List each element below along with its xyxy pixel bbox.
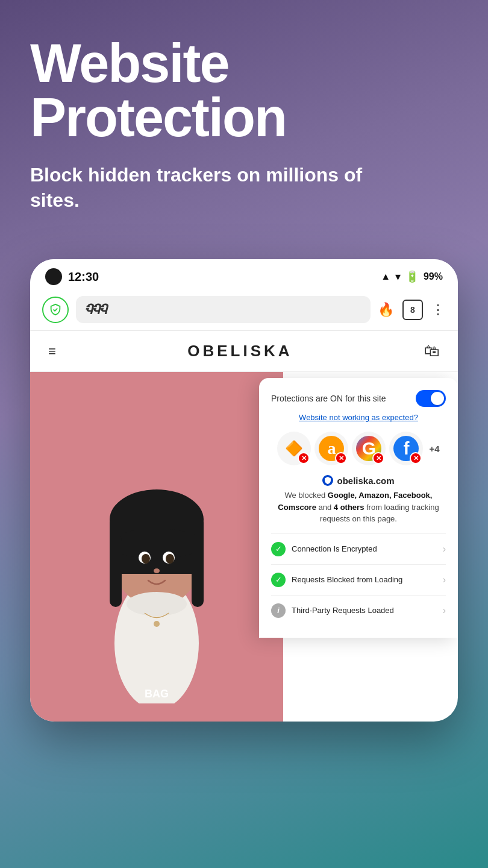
url-logo: ᏄᏄᏄ xyxy=(84,302,106,317)
browser-icons: 🔥 8 ⋮ xyxy=(378,300,446,320)
site-domain-text: obeliska.com xyxy=(337,476,394,486)
ddg-shield-button[interactable] xyxy=(42,297,69,323)
content-area: BAG Protections are ON for this site Web… xyxy=(30,372,458,722)
security-item-blocked[interactable]: ✓ Requests Blocked from Loading › xyxy=(271,565,446,596)
camera-icon xyxy=(45,268,62,285)
chevron-right-icon-2: › xyxy=(443,574,446,585)
security-item-encryption[interactable]: ✓ Connection Is Encrypted › xyxy=(271,534,446,565)
blocked-count: 4 others xyxy=(334,503,364,512)
chevron-right-icon-3: › xyxy=(443,605,446,616)
svg-rect-8 xyxy=(192,535,204,607)
wifi-icon: ▾ xyxy=(395,270,401,283)
tracker-icon-yahoo: 🔶 ✕ xyxy=(277,432,311,465)
status-bar: 12:30 ▲ ▾ 🔋 99% xyxy=(30,259,458,291)
tab-count-badge[interactable]: 8 xyxy=(402,300,423,320)
protections-label: Protections are ON for this site xyxy=(271,394,386,403)
svg-point-6 xyxy=(110,529,204,559)
tracker-icons-row: 🔶 ✕ a ✕ G ✕ f ✕ +4 xyxy=(271,432,446,465)
woman-illustration: BAG xyxy=(66,390,247,703)
product-photo: BAG xyxy=(30,372,283,722)
check-icon-encryption: ✓ xyxy=(271,542,286,556)
hero-subtitle: Block hidden trackers on millions of sit… xyxy=(30,163,392,213)
status-right: ▲ ▾ 🔋 99% xyxy=(381,270,443,283)
battery-level: 99% xyxy=(424,271,443,282)
hero-section: Website Protection Block hidden trackers… xyxy=(0,0,488,231)
tracker-icon-google: G ✕ xyxy=(352,432,386,465)
url-bar[interactable]: ᏄᏄᏄ xyxy=(76,296,371,323)
menu-dots-icon[interactable]: ⋮ xyxy=(431,302,446,318)
shopping-bag-icon[interactable]: 🛍 xyxy=(424,342,440,360)
block-overlay-amazon: ✕ xyxy=(335,452,347,464)
block-overlay-yahoo: ✕ xyxy=(298,452,310,464)
third-party-label: Third-Party Requests Loaded xyxy=(292,606,437,615)
hero-title: Website Protection xyxy=(30,36,458,145)
svg-point-13 xyxy=(154,568,160,573)
toggle-knob xyxy=(431,392,444,405)
signal-icon: ▲ xyxy=(381,271,390,282)
svg-point-11 xyxy=(142,554,150,564)
site-name: OBELISKA xyxy=(187,342,292,360)
site-info: obeliska.com We blocked Google, Amazon, … xyxy=(271,475,446,525)
blocked-description: We blocked Google, Amazon, Facebook, Com… xyxy=(271,489,446,525)
svg-text:BAG: BAG xyxy=(145,688,169,700)
security-list: ✓ Connection Is Encrypted › ✓ Requests B… xyxy=(271,533,446,626)
status-time: 12:30 xyxy=(68,270,99,284)
check-icon-blocked: ✓ xyxy=(271,573,286,587)
blocked-label: Requests Blocked from Loading xyxy=(292,575,437,584)
block-overlay-google: ✕ xyxy=(372,452,384,464)
battery-icon: 🔋 xyxy=(405,270,419,283)
encryption-label: Connection Is Encrypted xyxy=(292,544,437,553)
info-icon-third-party: i xyxy=(271,603,286,618)
fire-icon[interactable]: 🔥 xyxy=(378,302,394,318)
svg-point-15 xyxy=(154,621,160,627)
browser-bar: ᏄᏄᏄ 🔥 8 ⋮ xyxy=(30,291,458,331)
protections-toggle[interactable] xyxy=(416,390,446,407)
tracker-icon-amazon: a ✕ xyxy=(314,432,348,465)
privacy-panel: Protections are ON for this site Website… xyxy=(259,378,458,638)
svg-point-12 xyxy=(166,554,174,564)
security-item-third-party[interactable]: i Third-Party Requests Loaded › xyxy=(271,596,446,626)
hamburger-icon[interactable]: ≡ xyxy=(48,345,56,358)
phone-mockup: 12:30 ▲ ▾ 🔋 99% ᏄᏄᏄ 🔥 8 ⋮ ≡ O xyxy=(30,259,458,722)
block-overlay-facebook: ✕ xyxy=(410,452,422,464)
status-left: 12:30 xyxy=(45,268,99,285)
tracker-icon-facebook: f ✕ xyxy=(389,432,423,465)
svg-point-14 xyxy=(127,592,187,616)
svg-rect-7 xyxy=(110,535,122,607)
website-nav: ≡ OBELISKA 🛍 xyxy=(30,331,458,372)
extra-trackers-badge: +4 xyxy=(429,444,439,454)
chevron-right-icon: › xyxy=(443,544,446,555)
site-shield-icon xyxy=(322,475,333,486)
website-issue-link[interactable]: Website not working as expected? xyxy=(271,413,446,422)
site-domain-row: obeliska.com xyxy=(271,475,446,486)
protections-row: Protections are ON for this site xyxy=(271,390,446,407)
